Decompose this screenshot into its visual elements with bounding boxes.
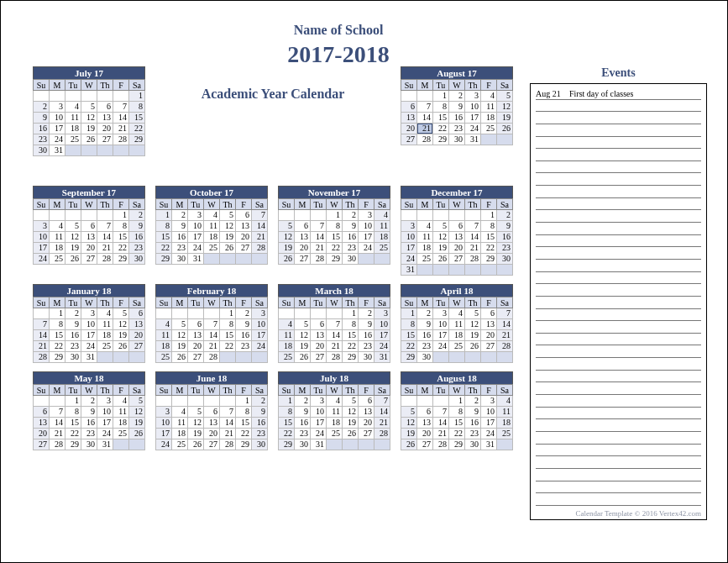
weekday-header: Sa [252, 199, 268, 210]
day-cell: 6 [311, 319, 327, 330]
day-cell: 26 [65, 254, 81, 265]
day-cell-empty [97, 352, 113, 363]
day-cell-empty [50, 210, 65, 221]
day-cell: 16 [343, 232, 359, 243]
day-cell: 22 [236, 429, 252, 439]
calendar-grid: September 17SuMTuWThFSa12345678910111213… [33, 186, 513, 450]
weekday-header: M [50, 297, 65, 308]
event-line [536, 223, 701, 235]
weekday-header: Su [401, 199, 417, 210]
day-cell-empty [129, 145, 145, 156]
day-cell-empty [374, 254, 390, 265]
school-name: Name of School [145, 23, 532, 38]
day-cell: 5 [220, 210, 236, 221]
day-cell: 9 [34, 113, 50, 124]
weekday-header: M [50, 199, 65, 210]
day-cell-empty [465, 352, 481, 363]
weekday-header: Sa [497, 80, 513, 91]
day-cell-empty [34, 396, 50, 407]
weekday-header: M [417, 199, 433, 210]
day-cell-empty [433, 396, 449, 407]
day-cell: 27 [236, 243, 252, 254]
day-cell: 13 [81, 232, 97, 243]
day-cell: 14 [374, 407, 390, 418]
event-text: First day of classes [569, 89, 701, 98]
event-line [536, 481, 701, 494]
day-cell: 8 [113, 221, 129, 232]
day-cell-empty [417, 210, 433, 221]
day-cell-empty [113, 439, 129, 450]
day-cell: 7 [433, 407, 449, 418]
day-cell: 6 [204, 407, 220, 418]
day-cell: 8 [156, 221, 172, 232]
day-cell: 24 [97, 429, 113, 439]
day-cell: 11 [156, 330, 172, 341]
weekday-header: Sa [252, 385, 268, 396]
day-cell: 28 [204, 352, 220, 363]
day-cell: 16 [236, 330, 252, 341]
day-cell: 15 [343, 330, 359, 341]
day-cell: 14 [204, 330, 220, 341]
day-cell: 31 [465, 134, 481, 145]
weekday-header: Sa [129, 297, 145, 308]
weekday-header: Tu [433, 80, 449, 91]
day-cell: 4 [156, 319, 172, 330]
month-feb18: February 18SuMTuWThFSa123456789101112131… [155, 284, 268, 363]
weekday-header: Sa [374, 385, 390, 396]
subtitle-block: Academic Year Calendar [155, 66, 390, 102]
day-cell: 30 [295, 439, 311, 450]
day-cell: 9 [343, 221, 359, 232]
day-cell: 9 [449, 102, 465, 113]
month-apr18: April 18SuMTuWThFSa123456789101112131415… [401, 284, 513, 363]
day-cell: 20 [81, 243, 97, 254]
day-cell-empty [81, 145, 97, 156]
day-cell: 9 [81, 407, 97, 418]
weekday-header: Sa [129, 80, 145, 91]
weekday-header: Th [465, 80, 481, 91]
month-title: February 18 [155, 284, 268, 297]
month-title: April 18 [401, 284, 513, 297]
day-cell: 12 [220, 221, 236, 232]
day-cell: 5 [279, 221, 295, 232]
weekday-header: F [481, 297, 497, 308]
day-cell: 22 [449, 429, 465, 439]
day-cell: 7 [374, 396, 390, 407]
day-cell: 7 [311, 221, 327, 232]
day-cell: 10 [311, 407, 327, 418]
day-cell: 2 [417, 308, 433, 319]
day-cell: 6 [401, 102, 417, 113]
day-cell: 18 [449, 330, 465, 341]
weekday-header: Sa [497, 297, 513, 308]
day-cell: 27 [129, 341, 145, 352]
day-cell: 5 [172, 319, 188, 330]
day-cell: 11 [327, 407, 343, 418]
day-cell: 1 [279, 396, 295, 407]
weekday-header: F [481, 199, 497, 210]
day-cell: 26 [465, 341, 481, 352]
day-cell: 21 [497, 330, 513, 341]
month-aug17: August 17SuMTuWThFSa12345678910111213141… [401, 66, 513, 145]
day-cell: 6 [295, 221, 311, 232]
weekday-header: Su [401, 385, 417, 396]
day-cell: 10 [188, 221, 204, 232]
day-cell: 7 [327, 319, 343, 330]
day-cell: 23 [465, 429, 481, 439]
day-cell: 28 [433, 439, 449, 450]
day-cell: 14 [433, 418, 449, 429]
weekday-header: F [236, 199, 252, 210]
day-cell: 3 [50, 102, 65, 113]
day-cell: 22 [156, 243, 172, 254]
weekday-header: Su [34, 385, 50, 396]
day-cell-empty [449, 352, 465, 363]
day-cell: 26 [129, 429, 145, 439]
weekday-header: Sa [129, 199, 145, 210]
day-cell: 17 [50, 124, 65, 134]
day-cell: 3 [97, 396, 113, 407]
day-cell: 18 [374, 232, 390, 243]
day-cell-empty [295, 308, 311, 319]
day-cell: 29 [481, 254, 497, 265]
day-cell: 4 [97, 308, 113, 319]
day-cell: 23 [252, 429, 268, 439]
weekday-header: Tu [188, 199, 204, 210]
day-cell: 8 [220, 319, 236, 330]
